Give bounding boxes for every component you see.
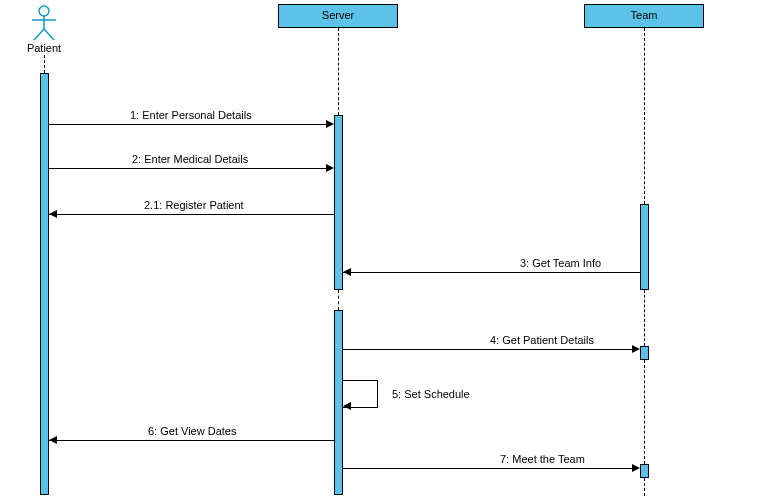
activation-server-1 [334, 115, 343, 290]
lifeline-dash-team-end [644, 478, 645, 496]
svg-line-3 [34, 29, 44, 40]
lifeline-server: Server [278, 4, 398, 28]
arrow-3 [343, 268, 351, 276]
actor-patient-label: Patient [24, 42, 64, 54]
message-label-4: 4: Get Patient Details [490, 334, 594, 346]
message-line-4 [343, 349, 632, 350]
activation-team-1 [640, 204, 649, 290]
message-line-6 [49, 440, 334, 441]
lifeline-dash-patient [44, 55, 45, 73]
lifeline-team-label: Team [631, 9, 658, 21]
activation-server-2 [334, 310, 343, 495]
message-label-3: 3: Get Team Info [520, 257, 601, 269]
message-label-1: 1: Enter Personal Details [130, 109, 252, 121]
arrow-7 [632, 464, 640, 472]
message-line-3 [343, 272, 640, 273]
lifeline-dash-team-top [644, 28, 645, 204]
lifeline-dash-server-mid [338, 290, 339, 310]
arrow-5 [343, 402, 351, 410]
actor-patient: Patient [24, 4, 64, 54]
message-label-7: 7: Meet the Team [500, 453, 585, 465]
arrow-4 [632, 345, 640, 353]
activation-patient [40, 73, 49, 495]
svg-line-4 [44, 29, 54, 40]
message-label-6: 6: Get View Dates [148, 425, 236, 437]
activation-team-2 [640, 346, 649, 360]
message-label-5: 5: Set Schedule [392, 388, 470, 400]
arrow-6 [49, 436, 57, 444]
message-label-21: 2.1: Register Patient [144, 199, 244, 211]
lifeline-team: Team [584, 4, 704, 28]
message-label-2: 2: Enter Medical Details [132, 153, 248, 165]
message-line-1 [49, 124, 326, 125]
arrow-2 [326, 164, 334, 172]
lifeline-server-label: Server [322, 9, 354, 21]
lifeline-dash-team-bot [644, 360, 645, 464]
activation-team-3 [640, 464, 649, 478]
actor-icon [24, 4, 64, 42]
svg-point-0 [39, 6, 49, 16]
message-line-7 [343, 468, 632, 469]
lifeline-dash-server-top [338, 28, 339, 115]
message-line-21 [49, 214, 334, 215]
message-line-2 [49, 168, 326, 169]
arrow-1 [326, 120, 334, 128]
arrow-21 [49, 210, 57, 218]
lifeline-dash-team-mid [644, 290, 645, 346]
